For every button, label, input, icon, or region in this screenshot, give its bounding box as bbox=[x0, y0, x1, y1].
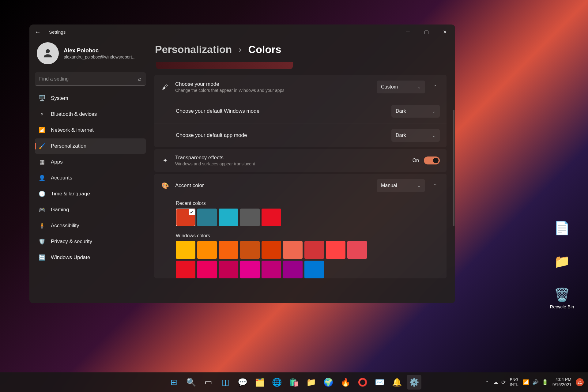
mail-icon: ✉️ bbox=[375, 378, 385, 387]
desktop-recycle-bin[interactable]: 🗑️ Recycle Bin bbox=[545, 287, 579, 309]
start-button[interactable]: ⊞ bbox=[167, 375, 181, 390]
chevron-right-icon: › bbox=[239, 45, 241, 55]
profile-block[interactable]: Alex Poloboc alexandru_poloboc@windowsre… bbox=[35, 39, 146, 70]
search-input[interactable] bbox=[35, 72, 146, 86]
sidebar-item-time-language[interactable]: 🕓Time & language bbox=[35, 186, 146, 202]
chat-icon: 💬 bbox=[238, 378, 247, 387]
desktop-folder-1[interactable]: 📁 bbox=[545, 254, 579, 269]
windows-color-swatch[interactable] bbox=[304, 261, 324, 278]
widgets-icon: ◫ bbox=[222, 378, 229, 387]
windows-color-swatch[interactable] bbox=[219, 261, 238, 278]
volume-icon[interactable]: 🔊 bbox=[532, 379, 539, 386]
recent-color-swatch[interactable] bbox=[219, 209, 238, 226]
accent-mode-dropdown[interactable]: Manual ⌄ bbox=[377, 179, 425, 192]
slack-button[interactable]: 🔔 bbox=[390, 375, 404, 390]
collapse-button[interactable]: ⌃ bbox=[431, 181, 440, 190]
app-mode-dropdown[interactable]: Dark ⌄ bbox=[391, 129, 440, 142]
folder-app-button[interactable]: 📁 bbox=[304, 375, 318, 390]
row-app-mode: Choose your default app mode Dark ⌄ bbox=[154, 123, 447, 147]
titlebar: ← Settings ─ ▢ ✕ bbox=[29, 24, 455, 39]
explorer-button[interactable]: 🗂️ bbox=[252, 375, 267, 390]
notification-badge[interactable]: 21 bbox=[576, 378, 584, 386]
nav-icon: 📶 bbox=[39, 127, 45, 134]
recent-color-swatch[interactable] bbox=[197, 209, 217, 226]
sidebar-item-bluetooth-devices[interactable]: ᚼBluetooth & devices bbox=[35, 107, 146, 122]
maximize-button[interactable]: ▢ bbox=[417, 24, 435, 39]
chrome-icon: ⭕ bbox=[358, 378, 368, 387]
windows-color-swatch[interactable] bbox=[262, 261, 281, 278]
edge-button[interactable]: 🌐 bbox=[270, 375, 284, 390]
nav-list: 🖥️SystemᚼBluetooth & devices📶Network & i… bbox=[35, 91, 146, 265]
app-button-1[interactable]: 🌍 bbox=[321, 375, 336, 390]
slack-icon: 🔔 bbox=[392, 378, 402, 387]
sidebar-item-privacy-security[interactable]: 🛡️Privacy & security bbox=[35, 234, 146, 249]
scrollbar[interactable] bbox=[453, 110, 454, 226]
sidebar-item-accessibility[interactable]: 🧍Accessibility bbox=[35, 218, 146, 233]
back-button[interactable]: ← bbox=[33, 27, 42, 36]
row-title: Choose your mode bbox=[175, 81, 371, 87]
windows-color-swatch[interactable] bbox=[176, 241, 195, 259]
windows-mode-dropdown[interactable]: Dark ⌄ bbox=[391, 105, 440, 118]
task-view-button[interactable]: ▭ bbox=[201, 375, 216, 390]
windows-color-swatch[interactable] bbox=[176, 261, 195, 278]
collapse-button[interactable]: ⌃ bbox=[431, 82, 440, 92]
sidebar-item-gaming[interactable]: 🎮Gaming bbox=[35, 202, 146, 217]
chat-button[interactable]: 💬 bbox=[235, 375, 250, 390]
row-title: Choose your default app mode bbox=[176, 132, 385, 138]
update-icon[interactable]: ⟳ bbox=[501, 379, 506, 386]
windows-color-swatch[interactable] bbox=[219, 241, 238, 259]
maximize-icon: ▢ bbox=[424, 29, 429, 35]
language-indicator[interactable]: ENG INTL bbox=[510, 377, 518, 387]
widgets-button[interactable]: ◫ bbox=[218, 375, 233, 390]
settings-taskbar-button[interactable]: ⚙️ bbox=[407, 375, 421, 390]
store-button[interactable]: 🛍️ bbox=[287, 375, 301, 390]
search-field: ⌕ bbox=[35, 72, 146, 86]
sidebar-item-windows-update[interactable]: 🔄Windows Update bbox=[35, 250, 146, 265]
close-button[interactable]: ✕ bbox=[435, 24, 454, 39]
onedrive-icon[interactable]: ☁ bbox=[493, 379, 498, 386]
breadcrumb-parent[interactable]: Personalization bbox=[155, 43, 232, 55]
clock-time: 4:04 PM bbox=[556, 377, 571, 383]
sidebar: Alex Poloboc alexandru_poloboc@windowsre… bbox=[29, 39, 149, 303]
desktop-file-1[interactable]: 📄 bbox=[545, 221, 579, 236]
windows-color-swatch[interactable] bbox=[240, 261, 260, 278]
app-button-2[interactable]: 🔥 bbox=[338, 375, 353, 390]
recent-color-swatch[interactable] bbox=[262, 209, 281, 226]
nav-label: System bbox=[51, 95, 68, 101]
transparency-toggle[interactable] bbox=[424, 156, 440, 164]
row-title: Transparency effects bbox=[175, 155, 406, 161]
recent-color-swatch[interactable] bbox=[240, 209, 260, 226]
row-subtitle: Windows and surfaces appear translucent bbox=[175, 161, 406, 166]
theme-preview bbox=[156, 62, 293, 70]
dropdown-value: Dark bbox=[396, 108, 406, 114]
windows-color-swatch[interactable] bbox=[347, 241, 367, 259]
search-button[interactable]: 🔍 bbox=[184, 375, 198, 390]
windows-color-swatch[interactable] bbox=[240, 241, 260, 259]
windows-color-swatch[interactable] bbox=[262, 241, 281, 259]
battery-icon[interactable]: 🔋 bbox=[542, 379, 548, 386]
nav-icon: 🧍 bbox=[39, 222, 45, 229]
wifi-icon[interactable]: 📶 bbox=[523, 379, 529, 386]
mail-button[interactable]: ✉️ bbox=[372, 375, 387, 390]
clock[interactable]: 4:04 PM 9/16/2021 bbox=[552, 377, 571, 388]
windows-color-swatch[interactable] bbox=[326, 241, 345, 259]
minimize-button[interactable]: ─ bbox=[399, 24, 417, 39]
windows-color-swatch[interactable] bbox=[197, 241, 217, 259]
sidebar-item-personalization[interactable]: 🖌️Personalization bbox=[35, 138, 146, 154]
recent-color-swatch[interactable] bbox=[176, 209, 195, 226]
windows-color-swatch[interactable] bbox=[197, 261, 217, 278]
row-windows-mode: Choose your default Windows mode Dark ⌄ bbox=[154, 99, 447, 123]
tray-chevron-up-icon[interactable]: ⌃ bbox=[485, 380, 489, 385]
recent-colors-label: Recent colors bbox=[176, 201, 447, 206]
sidebar-item-apps[interactable]: ▦Apps bbox=[35, 154, 146, 170]
mode-dropdown[interactable]: Custom ⌄ bbox=[377, 81, 425, 93]
windows-color-swatch[interactable] bbox=[283, 241, 303, 259]
chrome-button[interactable]: ⭕ bbox=[355, 375, 370, 390]
sidebar-item-network-internet[interactable]: 📶Network & internet bbox=[35, 123, 146, 138]
sidebar-item-system[interactable]: 🖥️System bbox=[35, 91, 146, 106]
windows-color-swatch[interactable] bbox=[304, 241, 324, 259]
folder-icon: 🗂️ bbox=[255, 378, 265, 387]
sidebar-item-accounts[interactable]: 👤Accounts bbox=[35, 170, 146, 186]
flame-icon: 🔥 bbox=[341, 378, 350, 387]
windows-color-swatch[interactable] bbox=[283, 261, 303, 278]
